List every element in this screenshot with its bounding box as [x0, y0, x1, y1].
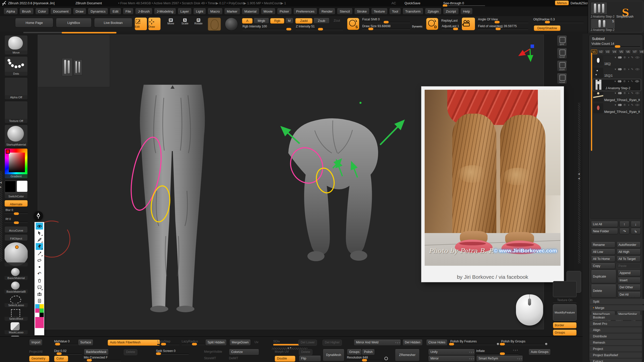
- menu-item[interactable]: Texture: [371, 8, 388, 15]
- bottom-widget[interactable]: Min Connected F: [84, 356, 121, 361]
- right-tray-divider[interactable]: ◀ ◀: [578, 103, 580, 263]
- version-tab[interactable]: V5: [618, 50, 624, 54]
- section-header[interactable]: Remesh: [590, 340, 642, 345]
- canvas-scrollbar-thumb[interactable]: [62, 32, 116, 33]
- texture-thumbnail[interactable]: [553, 281, 577, 297]
- menu-item[interactable]: Preferences: [293, 8, 317, 15]
- subtool-item[interactable]: ▾ ◑ ✎ 18강: [593, 55, 641, 67]
- zcut-button[interactable]: Zcut: [331, 18, 343, 23]
- sphere-icon[interactable]: [624, 56, 626, 59]
- pen-slash-icon[interactable]: [36, 236, 43, 243]
- bottom-widget[interactable]: Groups: [347, 349, 362, 355]
- menu-item[interactable]: Marker: [224, 8, 240, 15]
- edit-button[interactable]: Edit: [135, 18, 147, 30]
- sidebar-tile[interactable]: SelectRect: [5, 309, 28, 321]
- mask-by-feature-button[interactable]: MaskByFeature: [553, 304, 577, 321]
- subtool-scrollbar[interactable]: [591, 53, 592, 151]
- bottom-widget[interactable]: Resolution 848: [347, 356, 382, 361]
- menu-item[interactable]: Light: [193, 8, 206, 15]
- bottom-widget[interactable]: Uv: [255, 340, 258, 345]
- menu-item[interactable]: Zscript: [443, 8, 459, 15]
- tool-slot-2-label[interactable]: J Anatomy Step-2: [591, 28, 621, 32]
- section-header[interactable]: Boolean: [590, 315, 642, 320]
- resolution-ring-icon[interactable]: [384, 357, 388, 360]
- bottom-widget[interactable]: Double: [275, 356, 295, 362]
- sidebar-tile[interactable]: Dots: [5, 56, 28, 76]
- insert-button[interactable]: Insert: [618, 278, 641, 284]
- all-to-home-button[interactable]: All To Home: [591, 256, 615, 262]
- deep-shadow-button[interactable]: DeepShadow: [534, 25, 560, 31]
- menu-item[interactable]: Picker: [277, 8, 292, 15]
- section-header[interactable]: Project BasRelief: [590, 352, 642, 358]
- bottom-widget[interactable]: Import: [29, 340, 43, 346]
- sidebar-tile[interactable]: BasicMaterial: [5, 268, 28, 280]
- bottom-widget[interactable]: Dist 0.02: [54, 349, 82, 354]
- menu-item[interactable]: Color: [35, 8, 49, 15]
- tool-slot-2-thumbnail[interactable]: 5: [591, 19, 615, 29]
- camera-icon[interactable]: [36, 291, 43, 297]
- z-intensity-slider[interactable]: Z Intensity 51: [296, 25, 343, 30]
- zsub-button[interactable]: Zsub: [313, 18, 330, 24]
- dot-size-icon[interactable]: [36, 263, 43, 270]
- quicksave-button[interactable]: QuickSave: [405, 1, 420, 5]
- bottom-widget[interactable]: ProjectAll: [29, 349, 43, 354]
- m-button[interactable]: M: [285, 18, 293, 24]
- tool-slot-label[interactable]: J Anatomy Step-2: [591, 15, 615, 18]
- scale-button[interactable]: S Scale: [179, 18, 191, 25]
- angle-of-view-slider[interactable]: Angle Of View: [478, 18, 528, 23]
- zadd-button[interactable]: Zadd: [295, 18, 312, 24]
- draw-button[interactable]: Draw: [148, 18, 160, 30]
- draw-size-slider[interactable]: Draw Size 93.68698: [362, 24, 410, 30]
- bottom-widget[interactable]: SDiv: [273, 340, 301, 346]
- visibility-eye-icon[interactable]: [635, 56, 639, 59]
- menu-item[interactable]: Draw: [73, 8, 87, 15]
- palette-grid[interactable]: [35, 313, 44, 317]
- bottom-widget[interactable]: Mirror And Weld x y z: [354, 340, 401, 346]
- live-boolean-button[interactable]: Live Boolean: [94, 18, 132, 27]
- sidebar-tile[interactable]: MaskLasso: [5, 322, 28, 334]
- sphere-icon[interactable]: [623, 80, 626, 82]
- sidebar-tile[interactable]: FillObject: [5, 234, 28, 241]
- bottom-widget[interactable]: Geometry: [29, 356, 49, 362]
- paste-button[interactable]: Paste: [617, 263, 641, 269]
- tray-collapse-arrow-icon[interactable]: ◀: [578, 172, 580, 175]
- brush-slot-label[interactable]: SimpleBrush: [616, 15, 633, 18]
- bottom-widget[interactable]: Mirror x y z: [428, 356, 475, 362]
- clipboard-icon[interactable]: [36, 297, 43, 304]
- bottom-widget[interactable]: DelMT: [229, 356, 238, 361]
- see-through-track[interactable]: [443, 5, 485, 6]
- polypaint-icon[interactable]: [618, 56, 622, 59]
- contrast-icon[interactable]: ◑: [628, 68, 629, 71]
- sidebar-tile[interactable]: Rf 0: [5, 217, 28, 225]
- version-tab[interactable]: V6: [625, 50, 631, 54]
- subtool-palette-title[interactable]: Subtool: [592, 36, 605, 41]
- subtool-item[interactable]: ▾ ◑ ✎ 15강1: [593, 67, 641, 79]
- visibility-eye-icon[interactable]: [635, 80, 639, 83]
- visibility-eye-icon[interactable]: [635, 104, 639, 106]
- menu-item[interactable]: Stencil: [337, 8, 353, 15]
- contrast-icon[interactable]: ◑: [627, 80, 629, 83]
- trash-icon[interactable]: [36, 277, 43, 284]
- menu-item[interactable]: Alpha: [4, 8, 18, 15]
- menu-item[interactable]: Dynamics: [88, 8, 108, 15]
- annotation-toolbar-handle[interactable]: [34, 211, 43, 220]
- all-high-button[interactable]: All High: [617, 249, 641, 255]
- sidebar-tile[interactable]: Blur 0: [5, 208, 28, 216]
- bottom-widget[interactable]: MergeDown: [229, 340, 251, 346]
- texture-on-label[interactable]: Texture On: [553, 298, 577, 303]
- tool-thumbnail[interactable]: [591, 2, 607, 15]
- sculpt-brush-icon[interactable]: ✎: [631, 80, 633, 83]
- menu-item[interactable]: Stroke: [354, 8, 370, 15]
- section-header[interactable]: Extract: [590, 359, 642, 362]
- cursor-icon[interactable]: [36, 230, 43, 236]
- move-up-icon[interactable]: ↑: [619, 221, 629, 227]
- move-down-icon[interactable]: ↓: [631, 221, 641, 227]
- eraser-icon[interactable]: [36, 257, 43, 263]
- merge-section-header[interactable]: •Merge: [590, 305, 644, 310]
- subtool-item[interactable]: ▾ ◑ ✎ J Anatomy Step-2: [593, 79, 641, 91]
- bottom-widget[interactable]: Surface: [78, 340, 93, 346]
- undo-icon[interactable]: ↶: [36, 270, 43, 277]
- groups-button[interactable]: Groups: [553, 330, 577, 336]
- append-button[interactable]: Append: [618, 270, 641, 276]
- bottom-widget[interactable]: Del Hidden: [403, 340, 423, 346]
